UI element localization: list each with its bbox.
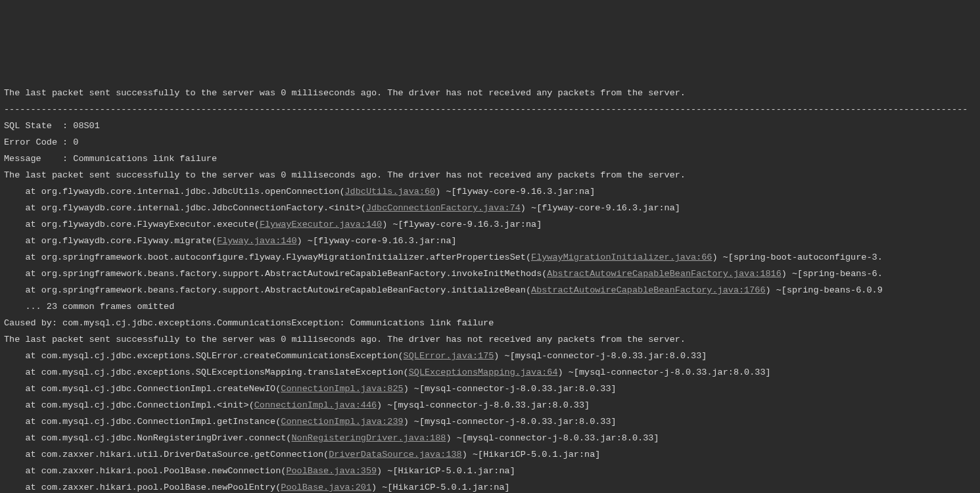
frame-after-text: ) ~[spring-beans-6.0.9 xyxy=(766,285,883,295)
frame-before-text: at org.springframework.boot.autoconfigur… xyxy=(4,252,531,262)
source-link[interactable]: ConnectionImpl.java:446 xyxy=(254,400,377,410)
frame-after-text: ) ~[mysql-connector-j-8.0.33.jar:8.0.33] xyxy=(558,367,771,377)
log-text: Message : Communications link failure xyxy=(4,154,217,164)
stack-frame-line: at org.flywaydb.core.FlywayExecutor.exec… xyxy=(4,216,976,233)
frame-before-text: at org.flywaydb.core.Flyway.migrate( xyxy=(4,236,217,246)
frame-after-text: ) ~[flyway-core-9.16.3.jar:na] xyxy=(297,236,457,246)
stack-frame-line: at com.zaxxer.hikari.pool.PoolBase.newCo… xyxy=(4,463,976,479)
frame-after-text: ) ~[HikariCP-5.0.1.jar:na] xyxy=(377,466,515,476)
frame-after-text: ) ~[HikariCP-5.0.1.jar:na] xyxy=(371,482,510,492)
source-link[interactable]: JdbcConnectionFactory.java:74 xyxy=(366,203,521,213)
log-line: Caused by: com.mysql.cj.jdbc.exceptions.… xyxy=(4,315,976,331)
log-text: The last packet sent successfully to the… xyxy=(4,335,686,344)
frame-before-text: at org.springframework.beans.factory.sup… xyxy=(4,285,531,295)
stack-frame-line: at org.springframework.beans.factory.sup… xyxy=(4,282,976,298)
frame-after-text: ) ~[HikariCP-5.0.1.jar:na] xyxy=(462,450,601,459)
log-text: ... 23 common frames omitted xyxy=(4,302,174,312)
source-link[interactable]: FlywayMigrationInitializer.java:66 xyxy=(531,252,712,262)
log-text: Error Code : 0 xyxy=(4,137,78,147)
frame-before-text: at com.zaxxer.hikari.util.DriverDataSour… xyxy=(4,450,329,459)
source-link[interactable]: SQLError.java:175 xyxy=(404,351,494,361)
log-line: ----------------------------------------… xyxy=(4,101,976,118)
stack-frame-line: at org.springframework.beans.factory.sup… xyxy=(4,266,976,282)
frame-before-text: at org.flywaydb.core.internal.jdbc.JdbcU… xyxy=(4,187,344,197)
frame-before-text: at com.mysql.cj.jdbc.ConnectionImpl.crea… xyxy=(4,384,281,394)
log-line: The last packet sent successfully to the… xyxy=(4,167,976,183)
frame-after-text: ) ~[flyway-core-9.16.3.jar:na] xyxy=(521,203,680,213)
stack-frame-line: at org.flywaydb.core.internal.jdbc.JdbcC… xyxy=(4,200,976,216)
frame-after-text: ) ~[mysql-connector-j-8.0.33.jar:8.0.33] xyxy=(494,351,707,361)
frame-before-text: at com.zaxxer.hikari.pool.PoolBase.newPo… xyxy=(4,482,281,492)
source-link[interactable]: PoolBase.java:201 xyxy=(281,482,371,492)
stack-frame-line: at com.zaxxer.hikari.pool.PoolBase.newPo… xyxy=(4,479,976,493)
frame-before-text: at org.springframework.beans.factory.sup… xyxy=(4,269,547,279)
frame-before-text: at com.mysql.cj.jdbc.exceptions.SQLError… xyxy=(4,351,404,361)
log-text: ----------------------------------------… xyxy=(4,105,968,114)
log-line: ... 23 common frames omitted xyxy=(4,298,976,315)
source-link[interactable]: ConnectionImpl.java:825 xyxy=(281,384,403,394)
stack-frame-line: at com.mysql.cj.jdbc.ConnectionImpl.<ini… xyxy=(4,397,976,413)
stack-frame-line: at com.mysql.cj.jdbc.NonRegisteringDrive… xyxy=(4,430,976,446)
log-text: SQL State : 08S01 xyxy=(4,121,100,131)
source-link[interactable]: FlywayExecutor.java:140 xyxy=(260,220,382,229)
frame-after-text: ) ~[mysql-connector-j-8.0.33.jar:8.0.33] xyxy=(404,384,617,394)
source-link[interactable]: AbstractAutowireCapableBeanFactory.java:… xyxy=(531,285,765,295)
source-link[interactable]: Flyway.java:140 xyxy=(217,236,297,246)
stack-frame-line: at com.mysql.cj.jdbc.ConnectionImpl.getI… xyxy=(4,413,976,430)
frame-after-text: ) ~[mysql-connector-j-8.0.33.jar:8.0.33] xyxy=(404,417,617,427)
stack-frame-line: at org.flywaydb.core.Flyway.migrate(Flyw… xyxy=(4,233,976,249)
source-link[interactable]: AbstractAutowireCapableBeanFactory.java:… xyxy=(547,269,781,279)
frame-after-text: ) ~[spring-boot-autoconfigure-3. xyxy=(712,252,882,262)
frame-after-text: ) ~[mysql-connector-j-8.0.33.jar:8.0.33] xyxy=(446,433,659,443)
log-text: The last packet sent successfully to the… xyxy=(4,88,686,98)
stack-frame-line: at org.flywaydb.core.internal.jdbc.JdbcU… xyxy=(4,183,976,200)
console-output[interactable]: The last packet sent successfully to the… xyxy=(0,82,980,493)
frame-before-text: at org.flywaydb.core.internal.jdbc.JdbcC… xyxy=(4,203,366,213)
frame-after-text: ) ~[flyway-core-9.16.3.jar:na] xyxy=(382,220,542,229)
stack-frame-line: at com.zaxxer.hikari.util.DriverDataSour… xyxy=(4,446,976,463)
source-link[interactable]: NonRegisteringDriver.java:188 xyxy=(291,433,446,443)
log-text: The last packet sent successfully to the… xyxy=(4,170,686,180)
log-line: Error Code : 0 xyxy=(4,134,976,151)
frame-before-text: at com.mysql.cj.jdbc.ConnectionImpl.<ini… xyxy=(4,400,254,410)
log-line: SQL State : 08S01 xyxy=(4,118,976,134)
frame-before-text: at com.zaxxer.hikari.pool.PoolBase.newCo… xyxy=(4,466,286,476)
frame-after-text: ) ~[spring-beans-6. xyxy=(782,269,883,279)
frame-before-text: at com.mysql.cj.jdbc.exceptions.SQLExcep… xyxy=(4,367,409,377)
log-line: The last packet sent successfully to the… xyxy=(4,85,976,101)
stack-frame-line: at org.springframework.boot.autoconfigur… xyxy=(4,249,976,266)
frame-before-text: at com.mysql.cj.jdbc.NonRegisteringDrive… xyxy=(4,433,291,443)
source-link[interactable]: PoolBase.java:359 xyxy=(286,466,377,476)
stack-frame-line: at com.mysql.cj.jdbc.exceptions.SQLExcep… xyxy=(4,364,976,381)
frame-before-text: at org.flywaydb.core.FlywayExecutor.exec… xyxy=(4,220,260,229)
source-link[interactable]: SQLExceptionsMapping.java:64 xyxy=(409,367,558,377)
frame-after-text: ) ~[flyway-core-9.16.3.jar:na] xyxy=(435,187,595,197)
source-link[interactable]: ConnectionImpl.java:239 xyxy=(281,417,403,427)
frame-after-text: ) ~[mysql-connector-j-8.0.33.jar:8.0.33] xyxy=(377,400,590,410)
stack-frame-line: at com.mysql.cj.jdbc.exceptions.SQLError… xyxy=(4,348,976,364)
log-line: Message : Communications link failure xyxy=(4,151,976,167)
stack-frame-line: at com.mysql.cj.jdbc.ConnectionImpl.crea… xyxy=(4,381,976,397)
source-link[interactable]: JdbcUtils.java:60 xyxy=(344,187,435,197)
frame-before-text: at com.mysql.cj.jdbc.ConnectionImpl.getI… xyxy=(4,417,281,427)
source-link[interactable]: DriverDataSource.java:138 xyxy=(329,450,462,459)
log-line: The last packet sent successfully to the… xyxy=(4,331,976,348)
log-text: Caused by: com.mysql.cj.jdbc.exceptions.… xyxy=(4,318,494,328)
